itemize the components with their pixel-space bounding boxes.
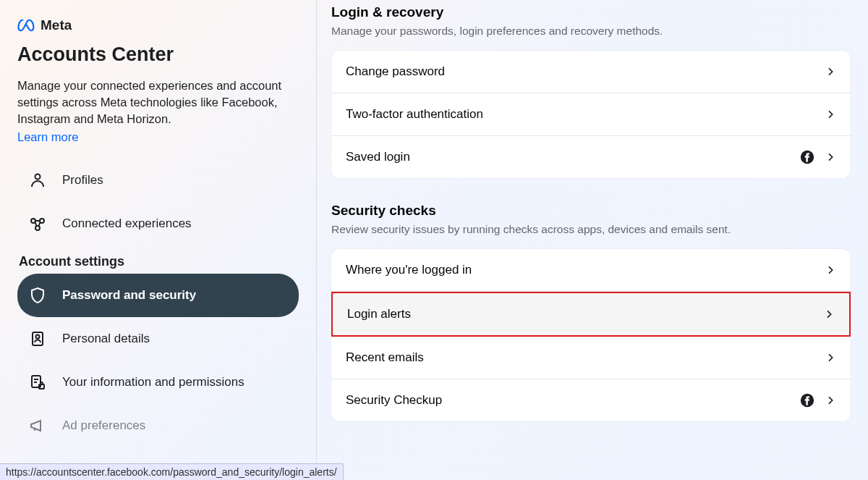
card-group-login-recovery: Change password Two-factor authenticatio… [331,51,851,178]
chevron-right-icon [825,352,836,363]
row-change-password[interactable]: Change password [331,51,851,93]
sidebar: Meta Accounts Center Manage your connect… [0,0,317,480]
row-label: Saved login [346,150,410,164]
sidebar-item-your-information[interactable]: Your information and permissions [17,361,299,404]
sidebar-item-ad-preferences[interactable]: Ad preferences [17,404,299,447]
row-label: Login alerts [347,307,411,321]
learn-more-link[interactable]: Learn more [17,130,78,144]
chevron-right-icon [825,264,836,276]
section-title-security-checks: Security checks [331,203,851,219]
brand-row: Meta [17,17,299,33]
sidebar-item-label: Personal details [62,332,150,346]
chevron-right-icon [825,151,836,163]
row-login-alerts[interactable]: Login alerts [331,292,851,337]
sidebar-item-label: Password and security [62,288,196,303]
row-where-logged-in[interactable]: Where you're logged in [331,249,851,292]
row-recent-emails[interactable]: Recent emails [331,337,851,379]
svg-point-2 [40,219,44,223]
row-label: Security Checkup [346,393,442,408]
svg-point-5 [36,335,40,339]
row-label: Two-factor authentication [346,107,483,122]
id-card-icon [29,330,46,348]
sidebar-item-connected-experiences[interactable]: Connected experiences [17,202,299,245]
row-label: Recent emails [346,350,424,365]
sidebar-section-label: Account settings [17,245,299,274]
row-label: Where you're logged in [346,263,472,277]
row-label: Change password [346,64,445,79]
sidebar-item-label: Ad preferences [62,418,145,433]
connected-icon [29,215,46,232]
sidebar-item-profiles[interactable]: Profiles [17,159,299,202]
sidebar-item-label: Profiles [62,173,103,188]
row-saved-login[interactable]: Saved login [331,136,851,178]
brand-text: Meta [41,17,72,33]
row-security-checkup[interactable]: Security Checkup [331,379,851,421]
meta-logo-icon [17,19,36,32]
sidebar-item-label: Your information and permissions [62,375,244,390]
sidebar-item-password-security[interactable]: Password and security [17,274,299,317]
page-description: Manage your connected experiences and ac… [17,77,299,127]
chevron-right-icon [823,308,835,320]
document-lock-icon [29,374,46,391]
megaphone-icon [29,417,46,434]
facebook-icon [800,150,814,164]
svg-point-1 [31,219,35,223]
sidebar-item-personal-details[interactable]: Personal details [17,317,299,361]
person-icon [29,172,46,189]
shield-icon [29,287,46,304]
chevron-right-icon [825,109,836,120]
sidebar-item-label: Connected experiences [62,216,192,231]
card-group-security-checks: Where you're logged in Login alerts Rece… [331,249,851,421]
svg-point-0 [35,174,41,180]
facebook-icon [800,393,814,408]
chevron-right-icon [825,395,836,406]
main-content: Login & recovery Manage your passwords, … [317,0,868,480]
page-title: Accounts Center [17,43,299,66]
chevron-right-icon [825,66,836,77]
status-bar-url: https://accountscenter.facebook.com/pass… [0,463,344,480]
row-two-factor[interactable]: Two-factor authentication [331,93,851,136]
section-desc-security-checks: Review security issues by running checks… [331,223,851,236]
section-desc-login-recovery: Manage your passwords, login preferences… [331,25,851,38]
svg-point-3 [35,226,40,230]
section-title-login-recovery: Login & recovery [331,4,851,20]
